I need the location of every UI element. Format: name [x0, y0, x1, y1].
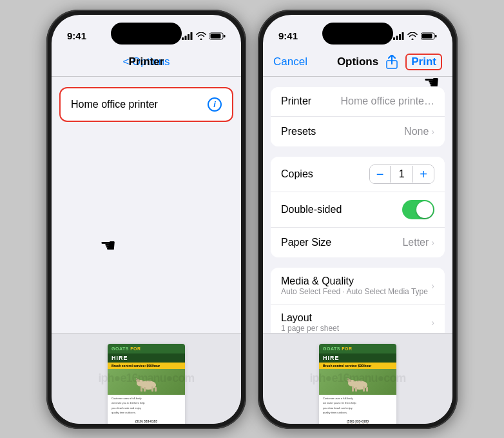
svg-rect-23: [352, 386, 354, 392]
svg-rect-10: [151, 386, 153, 392]
nav-title-2: Options: [337, 55, 378, 68]
svg-rect-24: [355, 387, 357, 392]
svg-rect-26: [366, 387, 368, 392]
info-icon[interactable]: i: [208, 97, 222, 112]
svg-rect-3: [191, 32, 193, 40]
doc-preview-2: GOATS FOR HIRE Brush control service: $9…: [319, 344, 396, 424]
svg-rect-25: [363, 386, 365, 392]
layout-row[interactable]: Layout 1 page per sheet ›: [271, 304, 445, 333]
copies-stepper[interactable]: − 1 +: [369, 164, 434, 184]
double-sided-toggle[interactable]: [402, 200, 434, 219]
nav-title-1: Printer: [129, 55, 164, 68]
scrollable-2: Printer Home office printe… Presets None…: [263, 77, 452, 333]
share-icon[interactable]: [386, 55, 398, 69]
screen-1: 9:41: [52, 15, 241, 424]
status-icons-2: [393, 32, 437, 40]
svg-rect-11: [155, 387, 157, 392]
nav-bar-2: Cancel Options Print: [263, 48, 452, 77]
doc-footer: (510) 333-0183 ────────────────── 🐐🐐🐐🐐🐐🐐: [108, 418, 185, 424]
time-1: 9:41: [67, 30, 86, 41]
printer-select-row[interactable]: Home office printer i: [59, 87, 233, 122]
presets-value: None ›: [404, 126, 434, 137]
battery-icon: [209, 32, 226, 40]
signal-icon-2: [393, 32, 404, 40]
signal-icon: [182, 32, 193, 40]
phone-1: 9:41: [46, 10, 246, 429]
doc-footer-2: (510) 333-0183 🐐🐐🐐🐐🐐🐐: [319, 418, 396, 424]
doc-subtitle: Brush control service: $90/hour: [108, 363, 185, 369]
doc-body: Customer uses a full-body we invite you …: [108, 395, 185, 418]
svg-point-28: [347, 379, 351, 382]
media-quality-chevron: ›: [431, 281, 434, 291]
nav-bar-1: < Options Printer: [52, 48, 241, 77]
layout-label: Layout: [281, 312, 339, 324]
preview-area-2: GOATS FOR HIRE Brush control service: $9…: [263, 333, 452, 424]
svg-rect-14: [393, 37, 395, 40]
svg-rect-1: [185, 35, 187, 40]
battery-icon-2: [421, 32, 437, 40]
svg-rect-2: [188, 34, 189, 40]
svg-rect-16: [399, 34, 401, 40]
printer-value: Home office printe…: [340, 95, 434, 107]
printer-row[interactable]: Printer Home office printe…: [271, 87, 445, 117]
svg-rect-17: [402, 32, 404, 40]
wifi-icon-2: [407, 32, 418, 40]
printer-presets-section: Printer Home office printe… Presets None…: [271, 87, 445, 146]
scrollable-1: Home office printer i: [52, 77, 241, 333]
doc-subtitle-2: Brush control service: $90/hour: [319, 363, 396, 369]
svg-rect-15: [396, 35, 398, 40]
svg-rect-0: [182, 37, 184, 40]
layout-chevron: ›: [431, 317, 434, 328]
goat-image: [108, 369, 185, 395]
paper-size-chevron: ›: [431, 237, 434, 248]
phone-2: 9:41: [258, 10, 458, 429]
svg-rect-5: [211, 34, 221, 38]
svg-rect-19: [422, 34, 432, 38]
stepper-value: 1: [390, 166, 413, 183]
screen-content-1: Home office printer i GOATS FOR HIRE: [52, 77, 241, 424]
doc-title-yellow: FOR: [130, 346, 141, 351]
svg-point-13: [136, 379, 140, 382]
status-icons-1: [182, 32, 226, 40]
doc-body-2: Customer uses a full-body we invite you …: [319, 395, 396, 418]
media-quality-row[interactable]: Media & Quality Auto Select Feed · Auto …: [271, 268, 445, 304]
doc-preview-1: GOATS FOR HIRE Brush control service: $9…: [108, 344, 185, 424]
media-quality-label: Media & Quality: [281, 275, 428, 287]
media-quality-sub: Auto Select Feed · Auto Select Media Typ…: [281, 287, 428, 296]
goat-image-2: [319, 369, 396, 395]
presets-chevron: ›: [431, 126, 434, 137]
advanced-section: Media & Quality Auto Select Feed · Auto …: [271, 268, 445, 333]
cancel-button[interactable]: Cancel: [273, 55, 307, 68]
dynamic-island-1: [111, 23, 182, 45]
stepper-plus[interactable]: +: [413, 165, 434, 183]
paper-size-value: Letter ›: [402, 237, 434, 248]
print-button[interactable]: Print: [405, 54, 442, 70]
doc-title-2: HIRE: [108, 353, 185, 363]
doc-title-green: GOATS: [111, 346, 130, 351]
paper-size-row[interactable]: Paper Size Letter ›: [271, 228, 445, 257]
preview-area-1: GOATS FOR HIRE Brush control service: $9…: [52, 333, 241, 424]
svg-rect-20: [435, 35, 437, 37]
svg-rect-9: [144, 387, 146, 392]
printer-name-label: Home office printer: [71, 99, 158, 110]
copies-row: Copies − 1 +: [271, 157, 445, 192]
printer-label: Printer: [281, 95, 311, 107]
double-sided-row: Double-sided: [271, 192, 445, 228]
nav-actions: Print: [386, 54, 442, 70]
svg-rect-6: [224, 35, 226, 37]
doc-title2-2: HIRE: [319, 353, 396, 363]
doc-header-2: GOATS FOR: [319, 344, 396, 353]
svg-rect-8: [141, 386, 142, 392]
paper-size-label: Paper Size: [281, 237, 331, 248]
printer-select-section: Home office printer i: [59, 87, 233, 122]
time-2: 9:41: [278, 30, 298, 41]
dynamic-island-2: [322, 23, 393, 45]
layout-sub: 1 page per sheet: [281, 324, 339, 333]
presets-row[interactable]: Presets None ›: [271, 117, 445, 146]
stepper-minus[interactable]: −: [370, 165, 391, 183]
doc-header: GOATS FOR: [108, 344, 185, 353]
screen-content-2: Printer Home office printe… Presets None…: [263, 77, 452, 424]
print-options-section: Copies − 1 + Double-sided Paper Size: [271, 157, 445, 257]
screen-2: 9:41: [263, 15, 452, 424]
double-sided-label: Double-sided: [281, 204, 342, 215]
